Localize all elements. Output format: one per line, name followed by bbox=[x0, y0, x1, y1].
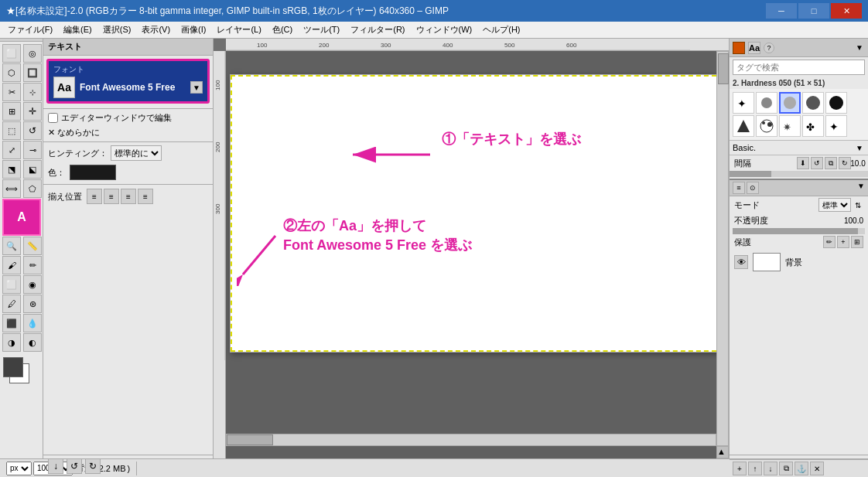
tool-crop[interactable]: ⬚ bbox=[2, 121, 21, 140]
spacing-copy-btn[interactable]: ⧉ bbox=[825, 157, 837, 169]
brush-item-8[interactable]: ✷ bbox=[779, 115, 801, 137]
protect-position-btn[interactable]: ⊞ bbox=[851, 236, 863, 248]
layer-name: 背景 bbox=[785, 257, 802, 268]
menu-color[interactable]: 色(C) bbox=[268, 22, 297, 37]
tool-dodge[interactable]: ◑ bbox=[2, 333, 21, 352]
tool-paint[interactable]: 🖌 bbox=[2, 256, 21, 274]
spacing-paste-btn[interactable]: ↻ bbox=[839, 157, 851, 169]
svg-text:✦: ✦ bbox=[829, 121, 839, 133]
color-label: 色： bbox=[48, 167, 65, 179]
panel-menu-icon[interactable]: ▼ bbox=[854, 43, 865, 53]
svg-text:400: 400 bbox=[443, 42, 453, 49]
tool-clone[interactable]: ⬛ bbox=[2, 314, 21, 332]
tool-cage[interactable]: ⬠ bbox=[23, 179, 42, 198]
brush-item-4[interactable] bbox=[802, 92, 824, 114]
font-name-display: Font Awesome 5 Free bbox=[80, 82, 175, 93]
align-right-button[interactable]: ≡ bbox=[121, 189, 136, 204]
brush-item-5[interactable] bbox=[825, 92, 847, 114]
brush-item-2[interactable] bbox=[756, 92, 777, 114]
tool-eraser[interactable]: ⬜ bbox=[2, 275, 21, 294]
category-row: Basic. ▼ bbox=[730, 141, 868, 155]
tool-align[interactable]: ⊞ bbox=[2, 102, 21, 121]
brush-item-1[interactable]: ✦ bbox=[733, 92, 754, 114]
svg-marker-20 bbox=[737, 120, 750, 132]
tool-move[interactable]: ✛ bbox=[23, 102, 42, 121]
maximize-button[interactable]: □ bbox=[798, 3, 829, 19]
menu-select[interactable]: 選択(S) bbox=[98, 22, 136, 37]
protect-alpha-btn[interactable]: + bbox=[837, 236, 849, 248]
vertical-scrollbar[interactable] bbox=[716, 51, 729, 446]
brush-item-3[interactable] bbox=[779, 92, 801, 114]
svg-point-18 bbox=[806, 96, 820, 110]
menu-window[interactable]: ウィンドウ(W) bbox=[412, 22, 477, 37]
tool-shear[interactable]: ⊸ bbox=[23, 141, 42, 159]
tool-free-select[interactable]: ⬡ bbox=[2, 63, 21, 82]
category-dropdown-icon[interactable]: ▼ bbox=[854, 142, 865, 153]
align-justify-button[interactable]: ≡ bbox=[138, 189, 153, 204]
tool-scissors[interactable]: ✂ bbox=[2, 83, 21, 101]
menu-view[interactable]: 表示(V) bbox=[137, 22, 175, 37]
svg-text:100: 100 bbox=[214, 80, 221, 90]
tool-scale[interactable]: ⤢ bbox=[2, 141, 21, 159]
tool-smudge[interactable]: 💧 bbox=[23, 314, 42, 332]
protect-pixel-btn[interactable]: ✏ bbox=[823, 236, 836, 248]
panel2-menu[interactable]: ▼ bbox=[857, 182, 865, 194]
tool-rect-select[interactable]: ⬜ bbox=[2, 44, 21, 63]
channels-icon: ⊙ bbox=[747, 182, 759, 194]
align-center-button[interactable]: ≡ bbox=[104, 189, 119, 204]
brush-search-input[interactable] bbox=[733, 60, 865, 75]
menu-image[interactable]: 画像(I) bbox=[176, 22, 210, 37]
tool-text[interactable]: A bbox=[2, 199, 41, 236]
close-button[interactable]: ✕ bbox=[831, 3, 862, 19]
layers-icon: ≡ bbox=[733, 182, 745, 194]
tool-burn[interactable]: ◐ bbox=[23, 333, 42, 352]
spacing-reset-btn[interactable]: ↺ bbox=[811, 157, 823, 169]
tool-ellipse-select[interactable]: ◎ bbox=[23, 44, 42, 63]
tool-transform[interactable]: ⬕ bbox=[23, 160, 42, 179]
menu-bar: ファイル(F) 編集(E) 選択(S) 表示(V) 画像(I) レイヤー(L) … bbox=[0, 22, 868, 39]
layer-thumbnail bbox=[753, 253, 781, 271]
tool-ink[interactable]: 🖊 bbox=[2, 295, 21, 313]
opacity-slider[interactable] bbox=[733, 228, 865, 234]
font-section-label: フォント bbox=[53, 64, 203, 75]
editor-window-checkbox-row: エディターウィンドウで編集 bbox=[43, 111, 213, 125]
tool-rotate[interactable]: ↺ bbox=[23, 121, 42, 140]
menu-tools[interactable]: ツール(T) bbox=[299, 22, 344, 37]
brush-item-9[interactable]: ✤ bbox=[802, 115, 824, 137]
menu-layer[interactable]: レイヤー(L) bbox=[212, 22, 265, 37]
tool-foreground-select[interactable]: ⊹ bbox=[23, 83, 42, 101]
minimize-button[interactable]: ─ bbox=[766, 3, 797, 19]
ruler-vertical: 100 200 300 bbox=[214, 51, 226, 458]
align-left-button[interactable]: ≡ bbox=[87, 189, 102, 204]
color-swatch[interactable] bbox=[70, 165, 116, 180]
spacing-slider-track[interactable] bbox=[730, 171, 868, 177]
mode-select[interactable]: 標準 bbox=[818, 198, 851, 212]
brush-item-10[interactable]: ✦ bbox=[825, 115, 847, 137]
tool-zoom[interactable]: 🔍 bbox=[2, 237, 21, 255]
menu-filter[interactable]: フィルター(R) bbox=[346, 22, 409, 37]
menu-help[interactable]: ヘルプ(H) bbox=[478, 22, 525, 37]
layer-row: 👁 背景 bbox=[730, 250, 868, 274]
brush-item-7[interactable] bbox=[756, 115, 777, 137]
spacing-save-btn[interactable]: ⬇ bbox=[797, 157, 809, 169]
unit-select[interactable]: px bbox=[6, 462, 32, 475]
tool-measure[interactable]: 📏 bbox=[23, 237, 42, 255]
scrollbar-corner: ▲ bbox=[716, 446, 729, 458]
spacing-label: 間隔 bbox=[734, 158, 751, 169]
tool-airbrush[interactable]: ◉ bbox=[23, 275, 42, 294]
tool-fuzzy-select[interactable]: 🔲 bbox=[23, 63, 42, 82]
editor-window-checkbox[interactable] bbox=[48, 113, 58, 123]
brush-item-6[interactable] bbox=[733, 115, 754, 137]
tool-perspective[interactable]: ⬔ bbox=[2, 160, 21, 179]
tool-flip[interactable]: ⟺ bbox=[2, 179, 21, 198]
font-selector-button[interactable]: Aa bbox=[53, 77, 75, 98]
layer-visibility-eye[interactable]: 👁 bbox=[734, 255, 748, 269]
tool-pencil[interactable]: ✏ bbox=[23, 256, 42, 274]
menu-file[interactable]: ファイル(F) bbox=[3, 22, 57, 37]
horizontal-scrollbar[interactable] bbox=[226, 434, 716, 446]
tool-heal[interactable]: ⊛ bbox=[23, 295, 42, 313]
hinting-select[interactable]: 標準的に bbox=[111, 145, 162, 161]
font-dropdown-arrow[interactable]: ▼ bbox=[190, 81, 203, 94]
menu-edit[interactable]: 編集(E) bbox=[59, 22, 97, 37]
canvas-wrapper[interactable] bbox=[226, 51, 729, 458]
